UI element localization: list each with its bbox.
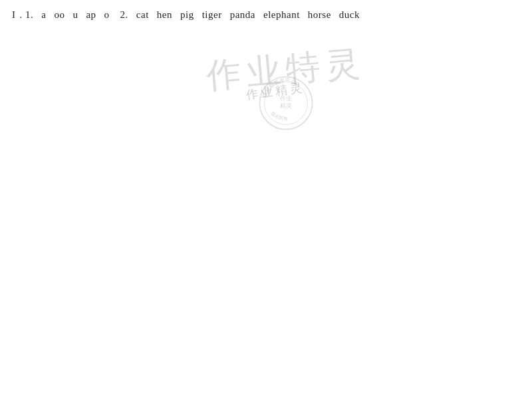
watermark-stamp: 作业帮答案平台 作业 精灵 版权所有 [256,73,316,133]
item-cat: cat [136,9,149,21]
item-o: o [104,9,110,21]
item-oo: oo [54,9,65,21]
header-bar: I . 1. a oo u ap o 2. cat hen pig tiger … [0,0,532,21]
item-pig: pig [180,9,194,21]
svg-point-0 [259,76,312,129]
roman-numeral: I [12,9,16,21]
item-hen: hen [157,9,172,21]
item-elephant: elephant [263,9,300,21]
section1-label: . 1. [20,9,34,21]
item-panda: panda [230,9,255,21]
svg-point-1 [265,82,308,125]
item-tiger: tiger [202,9,222,21]
svg-text:精灵: 精灵 [280,102,292,109]
item-horse: horse [308,9,331,21]
watermark-large-text: 作业特灵 [204,40,367,100]
watermark-overlay: 作业特灵 作业精灵 作业帮答案平台 作业 精灵 版权所有 [206,47,352,153]
svg-text:作业: 作业 [279,95,292,102]
watermark-small-text: 作业精灵 [245,79,305,103]
item-a: a [41,9,46,21]
item-u: u [72,9,78,21]
svg-text:版权所有: 版权所有 [270,111,288,122]
item-duck: duck [339,9,360,21]
section2-label: 2. [120,9,128,21]
item-ap: ap [86,9,96,21]
svg-text:作业帮答案平台: 作业帮答案平台 [261,77,297,98]
